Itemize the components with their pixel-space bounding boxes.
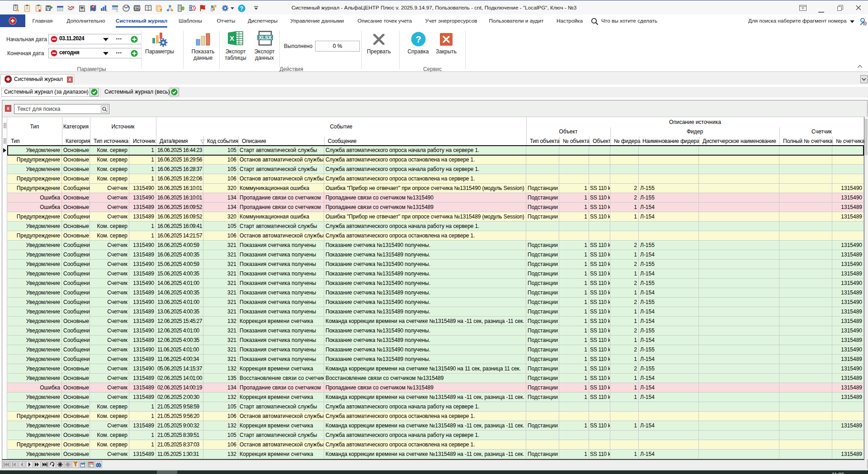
svg-text:Σ: Σ	[106, 9, 108, 12]
svg-text:?: ?	[415, 34, 421, 44]
svg-text:Σ: Σ	[116, 8, 118, 12]
svg-text:XML: XML	[134, 7, 140, 10]
svg-text:?: ?	[240, 5, 243, 12]
svg-text:XLSX: XLSX	[259, 35, 272, 40]
svg-text:X: X	[230, 34, 234, 42]
